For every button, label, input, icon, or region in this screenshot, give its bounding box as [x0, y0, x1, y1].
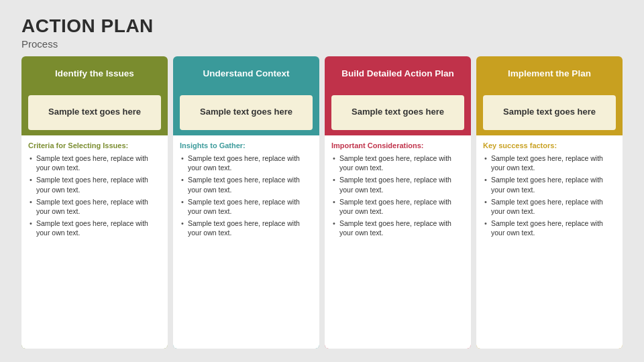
list-item: Sample text goes here, replace with your… [28, 154, 161, 172]
list-item: Sample text goes here, replace with your… [180, 175, 313, 194]
list-item: Sample text goes here, replace with your… [331, 197, 464, 216]
col-bullet-list-3: Sample text goes here, replace with your… [331, 154, 464, 343]
list-item: Sample text goes here, replace with your… [483, 154, 616, 172]
col-header-1: Identify the Issues [21, 56, 168, 91]
list-item: Sample text goes here, replace with your… [483, 175, 616, 194]
list-item: Sample text goes here, replace with your… [180, 197, 313, 216]
column-1: Identify the IssuesSample text goes here… [21, 56, 168, 349]
col-sample-box-3: Sample text goes here [331, 95, 464, 130]
col-body-1: Criteria for Selecting Issues:Sample tex… [21, 135, 168, 349]
list-item: Sample text goes here, replace with your… [331, 175, 464, 194]
list-item: Sample text goes here, replace with your… [28, 219, 161, 237]
list-item: Sample text goes here, replace with your… [28, 175, 161, 194]
list-item: Sample text goes here, replace with your… [331, 219, 464, 237]
column-4: Implement the PlanSample text goes hereK… [476, 56, 623, 349]
list-item: Sample text goes here, replace with your… [483, 197, 616, 216]
page-title: ACTION PLAN [21, 16, 623, 37]
page-subtitle: Process [21, 38, 623, 50]
col-body-3: Important Considerations:Sample text goe… [325, 135, 471, 349]
list-item: Sample text goes here, replace with your… [180, 219, 313, 237]
list-item: Sample text goes here, replace with your… [180, 154, 313, 172]
col-header-3: Build Detailed Action Plan [325, 56, 471, 91]
column-2: Understand ContextSample text goes hereI… [173, 56, 319, 349]
col-body-4: Key success factors:Sample text goes her… [476, 135, 623, 349]
col-header-4: Implement the Plan [476, 56, 623, 91]
col-body-title-2: Insights to Gather: [180, 141, 313, 150]
col-body-title-1: Criteria for Selecting Issues: [28, 141, 161, 150]
list-item: Sample text goes here, replace with your… [331, 154, 464, 172]
col-bullet-list-4: Sample text goes here, replace with your… [483, 154, 616, 343]
columns-container: Identify the IssuesSample text goes here… [21, 56, 623, 349]
col-bullet-list-2: Sample text goes here, replace with your… [180, 154, 313, 343]
col-body-title-3: Important Considerations: [331, 141, 464, 150]
col-sample-box-4: Sample text goes here [483, 95, 616, 130]
col-body-2: Insights to Gather:Sample text goes here… [173, 135, 319, 349]
column-3: Build Detailed Action PlanSample text go… [325, 56, 471, 349]
col-bullet-list-1: Sample text goes here, replace with your… [28, 154, 161, 343]
list-item: Sample text goes here, replace with your… [483, 219, 616, 237]
col-header-2: Understand Context [173, 56, 319, 91]
list-item: Sample text goes here, replace with your… [28, 197, 161, 216]
col-sample-box-2: Sample text goes here [180, 95, 313, 130]
col-sample-box-1: Sample text goes here [28, 95, 161, 130]
col-body-title-4: Key success factors: [483, 141, 616, 150]
